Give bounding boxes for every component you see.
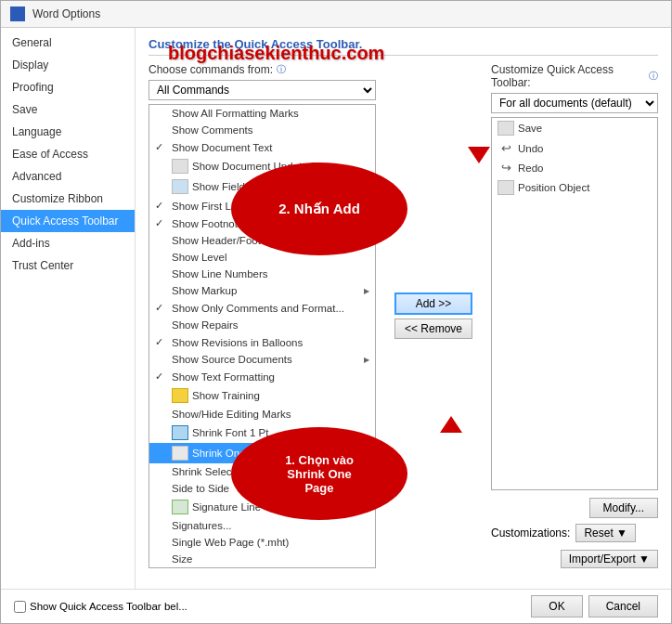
- callout-shrink-arrow: [440, 416, 462, 433]
- sidebar-item-quick-access[interactable]: Quick Access Toolbar: [1, 210, 135, 232]
- toolbar-for-label: Customize Quick Access Toolbar: ⓘ: [491, 63, 658, 89]
- sidebar-item-addins[interactable]: Add-ins: [1, 232, 135, 254]
- redo-icon: ↪: [498, 161, 514, 175]
- customizations-label: Customizations:: [491, 526, 570, 540]
- reset-button[interactable]: Reset ▼: [575, 524, 636, 542]
- cmd-size[interactable]: Size: [149, 551, 375, 567]
- quick-item-redo[interactable]: ↪ Redo: [492, 158, 657, 177]
- modify-button[interactable]: Modify...: [589, 498, 658, 518]
- add-button[interactable]: Add >>: [394, 292, 472, 315]
- callout-add: 2. Nhấn Add: [231, 162, 407, 255]
- cmd-show-only-comments[interactable]: ✓Show Only Comments and Format...: [149, 299, 375, 317]
- cmd-show-revisions[interactable]: ✓Show Revisions in Balloons: [149, 333, 375, 351]
- position-icon: [498, 180, 514, 195]
- cmd-show-all[interactable]: Show All Formatting Marks: [149, 105, 375, 122]
- commands-from-select[interactable]: All Commands Popular Commands Commands N…: [149, 80, 376, 100]
- main-content: Customize the Quick Access Toolbar. Choo…: [136, 28, 671, 589]
- callout-add-arrow: [468, 147, 490, 163]
- cmd-show-training[interactable]: Show Training: [149, 385, 375, 406]
- cmd-show-markup[interactable]: Show Markup: [149, 282, 375, 299]
- cmd-show-line-numbers[interactable]: Show Line Numbers: [149, 266, 375, 282]
- sidebar-item-ease-of-access[interactable]: Ease of Access: [1, 143, 135, 165]
- callout-add-text: 2. Nhấn Add: [278, 201, 360, 217]
- callout-shrink-text: 1. Chọn vào Shrink One Page: [285, 453, 354, 495]
- bottom-bar: Show Quick Access Toolbar bel... OK Canc…: [1, 589, 671, 623]
- quick-item-redo-label: Redo: [518, 162, 544, 174]
- undo-icon: ↩: [498, 141, 514, 155]
- cmd-single-web-page[interactable]: Single Web Page (*.mht): [149, 534, 375, 551]
- sidebar-item-proofing[interactable]: Proofing: [1, 76, 135, 98]
- quick-item-position-label: Position Object: [518, 182, 589, 193]
- import-export-button[interactable]: Import/Export ▼: [561, 550, 658, 568]
- quick-item-save[interactable]: Save: [492, 118, 657, 138]
- customizations-row: Customizations: Reset ▼: [491, 524, 658, 542]
- commands-from-label: Choose commands from: ⓘ: [149, 63, 376, 76]
- word-icon: [10, 6, 25, 21]
- sidebar-item-display[interactable]: Display: [1, 54, 135, 76]
- show-below-label: Show Quick Access Toolbar bel...: [30, 601, 187, 612]
- toolbar-info-icon: ⓘ: [649, 70, 658, 83]
- cmd-show-text-formatting[interactable]: ✓Show Text Formatting: [149, 368, 375, 385]
- dialog-wrapper: blogchiasekienthuc.com General Display P…: [1, 28, 671, 589]
- toolbar-for-select[interactable]: For all documents (default) For this doc…: [491, 93, 658, 113]
- cmd-show-doc-text[interactable]: ✓Show Document Text: [149, 138, 375, 156]
- quick-item-save-label: Save: [518, 123, 542, 134]
- quick-item-undo[interactable]: ↩ Undo: [492, 138, 657, 158]
- ok-button[interactable]: OK: [531, 595, 582, 618]
- save-icon: [498, 121, 514, 136]
- sidebar-item-customize-ribbon[interactable]: Customize Ribbon: [1, 188, 135, 210]
- title-bar: Word Options: [1, 1, 671, 28]
- sidebar-item-trust-center[interactable]: Trust Center: [1, 254, 135, 277]
- quick-access-list: Save ↩ Undo ↪ Redo: [491, 117, 658, 490]
- word-options-dialog: Word Options blogchiasekienthuc.com Gene…: [0, 0, 672, 624]
- quick-item-undo-label: Undo: [518, 143, 544, 154]
- checkbox-row: Show Quick Access Toolbar bel...: [14, 601, 267, 613]
- sidebar: General Display Proofing Save Language E…: [1, 28, 136, 589]
- callout-shrink: 1. Chọn vào Shrink One Page: [231, 427, 407, 520]
- quick-item-position[interactable]: Position Object: [492, 177, 657, 198]
- right-panel: Customize Quick Access Toolbar: ⓘ For al…: [491, 63, 658, 568]
- blog-watermark: blogchiasekienthuc.com: [168, 43, 384, 64]
- cmd-show-repairs[interactable]: Show Repairs: [149, 317, 375, 333]
- cmd-show-comments[interactable]: Show Comments: [149, 122, 375, 138]
- toolbar-section: Choose commands from: ⓘ All Commands Pop…: [149, 63, 658, 568]
- show-below-checkbox[interactable]: [14, 601, 26, 613]
- cmd-signatures[interactable]: Signatures...: [149, 517, 375, 534]
- title-bar-text: Word Options: [32, 7, 100, 20]
- cancel-button[interactable]: Cancel: [588, 595, 658, 618]
- import-export-row: Import/Export ▼: [491, 550, 658, 568]
- cmd-show-source[interactable]: Show Source Documents: [149, 351, 375, 368]
- remove-button[interactable]: << Remove: [394, 318, 472, 339]
- sidebar-item-language[interactable]: Language: [1, 121, 135, 143]
- modify-row: Modify...: [491, 498, 658, 518]
- sidebar-item-general[interactable]: General: [1, 32, 135, 54]
- info-icon: ⓘ: [277, 63, 286, 76]
- middle-buttons: Add >> << Remove: [389, 63, 478, 568]
- cmd-show-hide-editing[interactable]: Show/Hide Editing Marks: [149, 406, 375, 422]
- sidebar-item-save[interactable]: Save: [1, 98, 135, 121]
- sidebar-item-advanced[interactable]: Advanced: [1, 165, 135, 188]
